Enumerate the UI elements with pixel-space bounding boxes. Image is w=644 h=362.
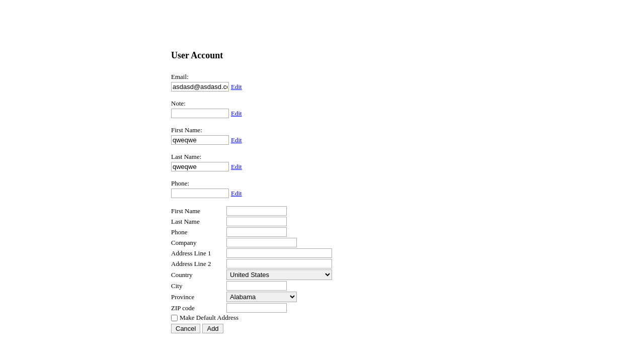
addr-zip-input[interactable]	[226, 303, 287, 313]
add-button[interactable]: Add	[202, 324, 223, 333]
addr-last-name-label: Last Name	[171, 218, 226, 226]
addr-province-row: Province AlabamaAlaskaArizonaArkansasCal…	[171, 292, 473, 302]
page-container: User Account Email: Edit Note: Edit Firs…	[161, 0, 483, 353]
addr-first-name-input[interactable]	[226, 206, 287, 216]
email-label: Email:	[171, 73, 473, 81]
addr-zip-label: ZIP code	[171, 304, 226, 312]
addr-last-name-input[interactable]	[226, 217, 287, 226]
form-buttons: Cancel Add	[171, 324, 473, 333]
make-default-row: Make Default Address	[171, 314, 473, 322]
last-name-group: Last Name: Edit	[171, 153, 473, 171]
make-default-label: Make Default Address	[180, 314, 238, 322]
last-name-row: Edit	[171, 162, 473, 171]
addr-city-input[interactable]	[226, 281, 287, 291]
addr-country-select[interactable]: United States	[226, 269, 332, 280]
addr-country-label: Country	[171, 271, 226, 279]
page-title: User Account	[171, 50, 473, 61]
addr-first-name-label: First Name	[171, 207, 226, 215]
addr-line2-input[interactable]	[226, 259, 332, 268]
last-name-label: Last Name:	[171, 153, 473, 161]
addr-line1-label: Address Line 1	[171, 249, 226, 257]
first-name-row: Edit	[171, 135, 473, 145]
addr-city-label: City	[171, 282, 226, 290]
phone-edit-link[interactable]: Edit	[231, 190, 242, 198]
addr-phone-input[interactable]	[226, 227, 287, 237]
cancel-button[interactable]: Cancel	[171, 324, 200, 333]
addr-zip-row: ZIP code	[171, 303, 473, 313]
addr-country-row: Country United States	[171, 269, 473, 280]
addr-line1-input[interactable]	[226, 248, 332, 258]
first-name-label: First Name:	[171, 126, 473, 134]
email-group: Email: Edit	[171, 73, 473, 92]
addr-city-row: City	[171, 281, 473, 291]
phone-group: Phone: Edit	[171, 179, 473, 198]
phone-label: Phone:	[171, 179, 473, 188]
note-group: Note: Edit	[171, 100, 473, 118]
note-input[interactable]	[171, 109, 229, 118]
note-row: Edit	[171, 109, 473, 118]
first-name-group: First Name: Edit	[171, 126, 473, 145]
last-name-edit-link[interactable]: Edit	[231, 163, 242, 171]
email-edit-link[interactable]: Edit	[231, 83, 242, 91]
email-input[interactable]	[171, 82, 229, 92]
addr-phone-label: Phone	[171, 228, 226, 236]
addr-line2-row: Address Line 2	[171, 259, 473, 268]
addr-line1-row: Address Line 1	[171, 248, 473, 258]
addr-province-select[interactable]: AlabamaAlaskaArizonaArkansasCaliforniaCo…	[226, 292, 297, 302]
addr-province-label: Province	[171, 293, 226, 301]
make-default-checkbox[interactable]	[171, 315, 178, 321]
addr-line2-label: Address Line 2	[171, 260, 226, 268]
addr-first-name-row: First Name	[171, 206, 473, 216]
addr-last-name-row: Last Name	[171, 217, 473, 226]
note-edit-link[interactable]: Edit	[231, 110, 242, 118]
first-name-edit-link[interactable]: Edit	[231, 136, 242, 144]
email-row: Edit	[171, 82, 473, 92]
addr-company-label: Company	[171, 239, 226, 247]
address-section: First Name Last Name Phone Company Addre…	[171, 206, 473, 333]
addr-phone-row: Phone	[171, 227, 473, 237]
first-name-input[interactable]	[171, 135, 229, 145]
phone-row: Edit	[171, 189, 473, 198]
phone-input[interactable]	[171, 189, 229, 198]
note-label: Note:	[171, 100, 473, 108]
addr-company-input[interactable]	[226, 238, 297, 247]
last-name-input[interactable]	[171, 162, 229, 171]
addr-company-row: Company	[171, 238, 473, 247]
